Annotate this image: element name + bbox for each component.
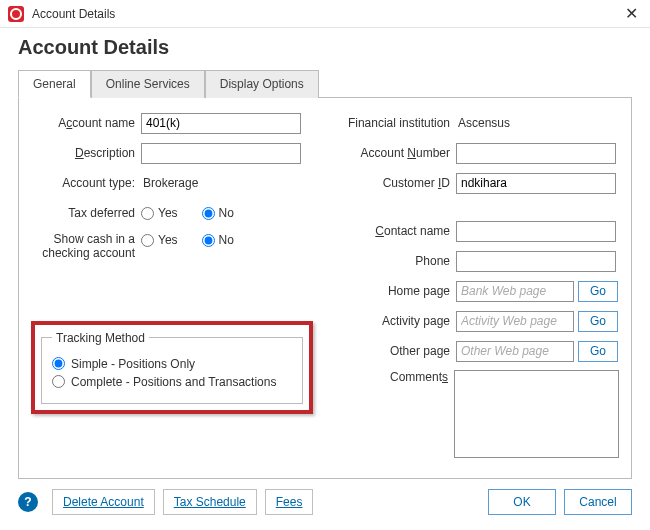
tax-deferred-label: Tax deferred	[31, 206, 141, 220]
tracking-complete[interactable]: Complete - Positions and Transactions	[52, 375, 292, 389]
account-type-value: Brokerage	[141, 176, 198, 190]
tracking-method-legend: Tracking Method	[52, 331, 149, 345]
activity-page-input[interactable]	[456, 311, 574, 332]
tracking-method-highlight: Tracking Method Simple - Positions Only …	[31, 321, 313, 414]
tab-general[interactable]: General	[18, 70, 91, 98]
tracking-simple[interactable]: Simple - Positions Only	[52, 357, 292, 371]
phone-label: Phone	[344, 254, 456, 268]
account-type-label: Account type:	[31, 176, 141, 190]
customer-id-label: Customer ID	[344, 176, 456, 190]
show-cash-yes[interactable]: Yes	[141, 233, 178, 247]
footer: ? Delete Account Tax Schedule Fees OK Ca…	[0, 479, 650, 525]
activity-page-go-button[interactable]: Go	[578, 311, 618, 332]
tab-display-options[interactable]: Display Options	[205, 70, 319, 98]
help-icon[interactable]: ?	[18, 492, 38, 512]
tax-deferred-yes[interactable]: Yes	[141, 206, 178, 220]
window-title: Account Details	[32, 7, 115, 21]
other-page-input[interactable]	[456, 341, 574, 362]
show-cash-label: Show cash in a checking account	[31, 232, 141, 261]
account-number-input[interactable]	[456, 143, 616, 164]
ok-button[interactable]: OK	[488, 489, 556, 515]
account-name-input[interactable]	[141, 113, 301, 134]
phone-input[interactable]	[456, 251, 616, 272]
financial-institution-value: Ascensus	[456, 116, 510, 130]
comments-label: Comments	[344, 370, 454, 384]
tabstrip: General Online Services Display Options	[0, 63, 650, 97]
comments-textarea[interactable]	[454, 370, 619, 458]
tax-deferred-no[interactable]: No	[202, 206, 234, 220]
account-name-label: Account name	[31, 116, 141, 130]
tab-panel-general: Account name Description Account type: B…	[18, 97, 632, 479]
tab-online-services[interactable]: Online Services	[91, 70, 205, 98]
close-icon[interactable]: ✕	[621, 4, 642, 23]
delete-account-button[interactable]: Delete Account	[52, 489, 155, 515]
home-page-label: Home page	[344, 284, 456, 298]
other-page-label: Other page	[344, 344, 456, 358]
fees-button[interactable]: Fees	[265, 489, 314, 515]
tracking-method-fieldset: Tracking Method Simple - Positions Only …	[41, 331, 303, 404]
page-title: Account Details	[18, 36, 632, 59]
header: Account Details	[0, 28, 650, 63]
contact-name-label: Contact name	[344, 224, 456, 238]
column-left: Account name Description Account type: B…	[31, 112, 336, 466]
contact-name-input[interactable]	[456, 221, 616, 242]
customer-id-input[interactable]	[456, 173, 616, 194]
home-page-input[interactable]	[456, 281, 574, 302]
show-cash-no[interactable]: No	[202, 233, 234, 247]
activity-page-label: Activity page	[344, 314, 456, 328]
description-label: Description	[31, 146, 141, 160]
home-page-go-button[interactable]: Go	[578, 281, 618, 302]
description-input[interactable]	[141, 143, 301, 164]
titlebar: Account Details ✕	[0, 0, 650, 28]
column-right: Financial institution Ascensus Account N…	[344, 112, 619, 466]
other-page-go-button[interactable]: Go	[578, 341, 618, 362]
cancel-button[interactable]: Cancel	[564, 489, 632, 515]
financial-institution-label: Financial institution	[344, 116, 456, 130]
tax-schedule-button[interactable]: Tax Schedule	[163, 489, 257, 515]
account-number-label: Account Number	[344, 146, 456, 160]
app-icon	[8, 6, 24, 22]
